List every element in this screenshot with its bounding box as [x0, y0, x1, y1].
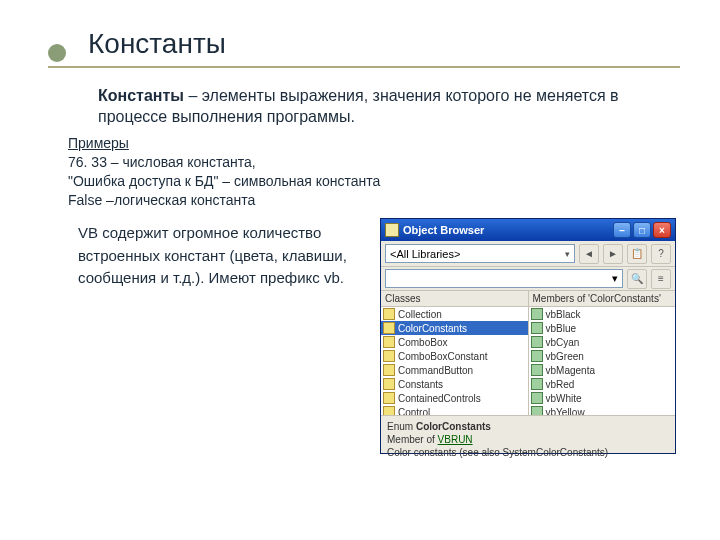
constant-icon — [531, 378, 543, 390]
constant-icon — [531, 350, 543, 362]
examples-block: Примеры 76. 33 – числовая константа, "Ош… — [68, 134, 380, 210]
example-line: 76. 33 – числовая константа, — [68, 154, 256, 170]
class-item[interactable]: ColorConstants — [381, 321, 528, 335]
forward-button[interactable]: ► — [603, 244, 623, 264]
members-header: Members of 'ColorConstants' — [529, 291, 676, 307]
detail-memberof: Member of — [387, 434, 438, 445]
class-item[interactable]: ComboBoxConstant — [381, 349, 528, 363]
member-item-label: vbWhite — [546, 393, 582, 404]
object-browser-window: Object Browser – □ × <All Libraries> ▾ ◄… — [380, 218, 676, 454]
class-item-label: Collection — [398, 309, 442, 320]
class-item[interactable]: Control — [381, 405, 528, 415]
toolbar: <All Libraries> ▾ ◄ ► 📋 ? — [381, 241, 675, 267]
class-item[interactable]: ContainedControls — [381, 391, 528, 405]
detail-library-link[interactable]: VBRUN — [438, 434, 473, 445]
class-icon — [383, 322, 395, 334]
constant-icon — [531, 322, 543, 334]
class-item-label: ColorConstants — [398, 323, 467, 334]
member-item-label: vbBlue — [546, 323, 577, 334]
class-item[interactable]: Constants — [381, 377, 528, 391]
chevron-down-icon: ▾ — [612, 272, 618, 285]
detail-enum-name: ColorConstants — [416, 421, 491, 432]
search-row: ▾ 🔍 ≡ — [381, 267, 675, 291]
constant-icon — [531, 364, 543, 376]
class-icon — [383, 392, 395, 404]
detail-prefix: Enum — [387, 421, 416, 432]
search-button[interactable]: 🔍 — [627, 269, 647, 289]
member-item-label: vbBlack — [546, 309, 581, 320]
class-item-label: ContainedControls — [398, 393, 481, 404]
class-item-label: Constants — [398, 379, 443, 390]
class-item[interactable]: Collection — [381, 307, 528, 321]
class-item[interactable]: ComboBox — [381, 335, 528, 349]
back-button[interactable]: ◄ — [579, 244, 599, 264]
member-item[interactable]: vbMagenta — [529, 363, 676, 377]
library-select[interactable]: <All Libraries> ▾ — [385, 244, 575, 263]
member-item[interactable]: vbCyan — [529, 335, 676, 349]
maximize-button[interactable]: □ — [633, 222, 651, 238]
chevron-down-icon: ▾ — [565, 249, 570, 259]
example-line: "Ошибка доступа к БД" – символьная конст… — [68, 173, 380, 189]
classes-header: Classes — [381, 291, 528, 307]
constant-icon — [531, 392, 543, 404]
member-item[interactable]: vbGreen — [529, 349, 676, 363]
class-icon — [383, 336, 395, 348]
class-item-label: ComboBox — [398, 337, 447, 348]
class-icon — [383, 378, 395, 390]
slide-header: Константы — [48, 28, 680, 68]
library-select-value: <All Libraries> — [390, 248, 460, 260]
page-title: Константы — [48, 28, 680, 66]
member-item-label: vbRed — [546, 379, 575, 390]
classes-list[interactable]: CollectionColorConstantsComboBoxComboBox… — [381, 307, 528, 415]
examples-heading: Примеры — [68, 135, 129, 151]
detail-description: Color constants (see also SystemColorCon… — [387, 447, 608, 458]
member-item[interactable]: vbBlack — [529, 307, 676, 321]
details-pane: Enum ColorConstants Member of VBRUN Colo… — [381, 415, 675, 453]
window-title: Object Browser — [403, 224, 611, 236]
close-button[interactable]: × — [653, 222, 671, 238]
class-item-label: ComboBoxConstant — [398, 351, 488, 362]
copy-button[interactable]: 📋 — [627, 244, 647, 264]
example-line: False –логическая константа — [68, 192, 255, 208]
window-titlebar[interactable]: Object Browser – □ × — [381, 219, 675, 241]
app-icon — [385, 223, 399, 237]
member-item[interactable]: vbRed — [529, 377, 676, 391]
class-icon — [383, 364, 395, 376]
panes: Classes CollectionColorConstantsComboBox… — [381, 291, 675, 415]
class-icon — [383, 406, 395, 415]
show-results-button[interactable]: ≡ — [651, 269, 671, 289]
members-pane: Members of 'ColorConstants' vbBlackvbBlu… — [529, 291, 676, 415]
definition-text: Константы – элементы выражения, значения… — [98, 86, 670, 128]
members-list[interactable]: vbBlackvbBluevbCyanvbGreenvbMagentavbRed… — [529, 307, 676, 415]
member-item[interactable]: vbBlue — [529, 321, 676, 335]
help-button[interactable]: ? — [651, 244, 671, 264]
member-item[interactable]: vbYellow — [529, 405, 676, 415]
member-item-label: vbYellow — [546, 407, 585, 416]
member-item-label: vbMagenta — [546, 365, 595, 376]
classes-pane: Classes CollectionColorConstantsComboBox… — [381, 291, 529, 415]
member-item[interactable]: vbWhite — [529, 391, 676, 405]
vb-paragraph: VB содержит огромное количество встроенн… — [78, 222, 358, 290]
minimize-button[interactable]: – — [613, 222, 631, 238]
constant-icon — [531, 308, 543, 320]
class-item-label: CommandButton — [398, 365, 473, 376]
class-icon — [383, 308, 395, 320]
constant-icon — [531, 406, 543, 415]
class-item[interactable]: CommandButton — [381, 363, 528, 377]
bullet-icon — [48, 44, 66, 62]
member-item-label: vbCyan — [546, 337, 580, 348]
search-input[interactable]: ▾ — [385, 269, 623, 288]
definition-bold: Константы — [98, 87, 184, 104]
class-item-label: Control — [398, 407, 430, 416]
class-icon — [383, 350, 395, 362]
member-item-label: vbGreen — [546, 351, 584, 362]
constant-icon — [531, 336, 543, 348]
